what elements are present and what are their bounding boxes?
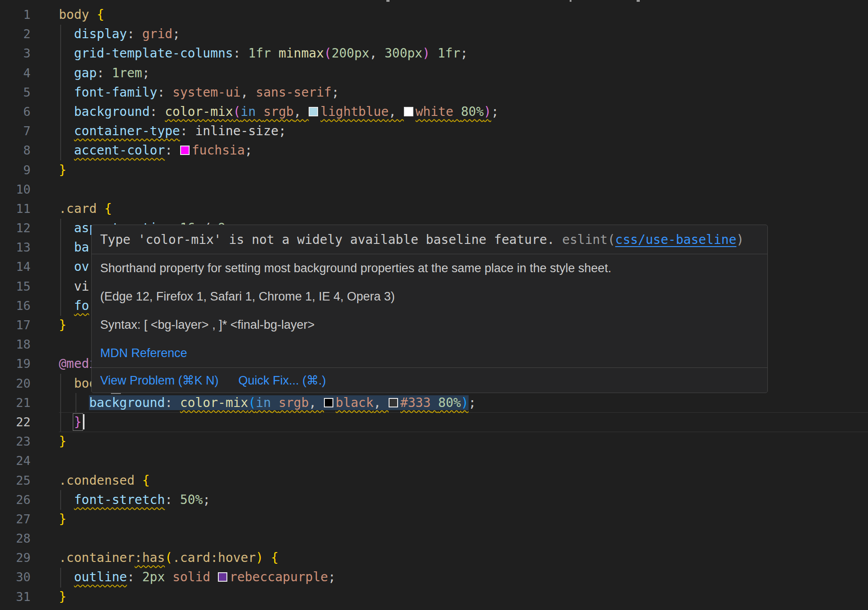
code-token: black: [336, 395, 373, 410]
line-number: 18: [0, 335, 31, 354]
code-token: [309, 104, 320, 119]
line-number: 27: [0, 509, 31, 529]
code-token: 200px: [332, 46, 369, 61]
code-token: 80%: [438, 395, 461, 410]
code-token: accent-color: [74, 143, 165, 158]
code-token: [256, 104, 263, 119]
code-token: :: [165, 492, 180, 507]
eslint-rule-link[interactable]: css/use-baseline: [615, 232, 736, 247]
code-token: [431, 395, 438, 410]
code-line[interactable]: 3 grid-template-columns: 1fr minmax(200p…: [0, 44, 868, 63]
code-line[interactable]: 28: [0, 529, 868, 548]
line-number: 23: [0, 432, 31, 451]
code-token: [263, 550, 271, 565]
color-swatch[interactable]: [180, 146, 190, 155]
code-token: (: [233, 104, 241, 119]
code-token: ;: [332, 85, 339, 100]
code-line[interactable]: 4 gap: 1rem;: [0, 63, 868, 83]
code-token: outline: [74, 570, 127, 584]
code-line[interactable]: 26 font-stretch: 50%;: [0, 490, 868, 509]
code-token: :: [127, 570, 142, 584]
code-token: ba: [74, 240, 89, 255]
code-token: ;: [173, 27, 180, 41]
line-number: 31: [0, 587, 31, 606]
code-token: }: [59, 434, 66, 449]
line-number: 5: [0, 83, 31, 102]
code-line[interactable]: 21 background: color-mix(in srgb, black,…: [0, 393, 868, 412]
code-token: 80%: [461, 104, 484, 119]
color-swatch[interactable]: [389, 398, 398, 407]
code-line[interactable]: 5 font-family: system-ui, sans-serif;: [0, 83, 868, 102]
line-number: 26: [0, 490, 31, 509]
code-token: 300px: [385, 46, 422, 61]
code-token: :: [165, 143, 180, 158]
code-token: ;: [491, 104, 499, 119]
code-token: inline-size: [195, 124, 278, 138]
code-token: body: [59, 7, 97, 22]
code-token: .condensed: [59, 473, 142, 488]
code-token: background: [89, 395, 165, 410]
code-token: }: [59, 589, 66, 604]
line-number: 25: [0, 471, 31, 490]
code-token: in: [256, 395, 271, 410]
code-token: :: [97, 66, 112, 80]
code-line[interactable]: 27}: [0, 509, 868, 529]
code-token: lightblue: [320, 104, 389, 119]
code-line[interactable]: 10: [0, 180, 868, 199]
code-line[interactable]: 9}: [0, 160, 868, 180]
color-swatch[interactable]: [324, 398, 333, 407]
color-swatch[interactable]: [218, 572, 227, 582]
code-token: display: [74, 27, 127, 41]
code-token: }: [59, 318, 66, 332]
code-token: ): [256, 550, 263, 565]
view-problem-button[interactable]: View Problem (⌘K N): [100, 373, 219, 388]
property-description: Shorthand property for setting most back…: [100, 254, 759, 283]
cut-off-glyph: [386, 0, 390, 2]
code-token: [165, 570, 173, 584]
cut-off-glyph: [570, 0, 571, 2]
code-token: 1fr: [438, 46, 461, 61]
mdn-reference-link[interactable]: MDN Reference: [100, 346, 187, 360]
code-token: 1fr: [248, 46, 271, 61]
code-line[interactable]: 29.container:has(.card:hover) {: [0, 548, 868, 567]
code-line[interactable]: 24: [0, 451, 868, 470]
line-number: 1: [0, 5, 31, 24]
code-line[interactable]: 25.condensed {: [0, 471, 868, 490]
code-line[interactable]: 2 display: grid;: [0, 24, 868, 44]
code-token: }: [59, 163, 66, 177]
code-editor[interactable]: 1body {2 display: grid;3 grid-template-c…: [0, 0, 868, 610]
code-token: [59, 124, 74, 138]
code-token: [59, 221, 74, 235]
code-token: [59, 143, 74, 158]
line-number: 12: [0, 218, 31, 238]
text-cursor: [83, 414, 84, 429]
code-token: in: [241, 104, 256, 119]
code-line[interactable]: 8 accent-color: fuchsia;: [0, 141, 868, 160]
syntax-line: Syntax: [ <bg-layer> , ]* <final-bg-laye…: [100, 311, 759, 339]
line-number: 14: [0, 257, 31, 276]
code-line[interactable]: 22 }: [0, 412, 868, 432]
line-number: 28: [0, 529, 31, 548]
bracket-match-fragment: [111, 393, 121, 394]
code-line[interactable]: 11.card {: [0, 199, 868, 218]
line-number: 20: [0, 374, 31, 393]
code-line[interactable]: 31}: [0, 587, 868, 606]
code-token: [59, 27, 74, 41]
code-line[interactable]: 1body {: [0, 5, 868, 24]
code-token: ): [422, 46, 430, 61]
code-token: :: [157, 85, 173, 100]
line-number: 16: [0, 296, 31, 315]
code-token: ;: [245, 143, 252, 158]
hover-actions: View Problem (⌘K N) Quick Fix... (⌘.): [92, 367, 767, 393]
line-number: 3: [0, 44, 31, 63]
cut-off-glyph: [637, 0, 640, 2]
code-line[interactable]: 6 background: color-mix(in srgb, lightbl…: [0, 102, 868, 121]
color-swatch[interactable]: [309, 107, 318, 116]
color-swatch[interactable]: [404, 107, 413, 116]
code-line[interactable]: 7 container-type: inline-size;: [0, 121, 868, 141]
code-line[interactable]: 23}: [0, 432, 868, 451]
code-line[interactable]: 30 outline: 2px solid rebeccapurple;: [0, 567, 868, 587]
quick-fix-button[interactable]: Quick Fix... (⌘.): [239, 373, 326, 388]
code-token: [453, 104, 461, 119]
code-token: container-type: [74, 124, 180, 138]
